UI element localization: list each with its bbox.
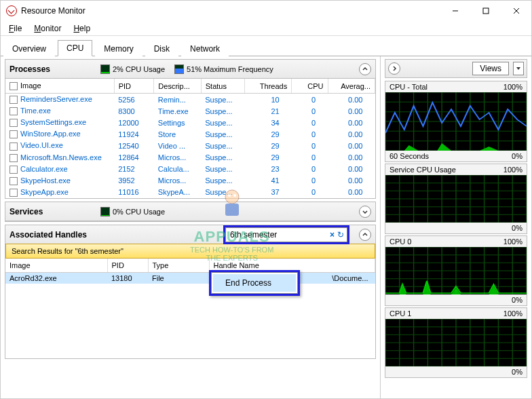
process-row[interactable]: Calculator.exe2152Calcula...Suspe...2300… xyxy=(5,164,375,175)
max-freq-label: 51% Maximum Frequency xyxy=(187,65,273,73)
tab-cpu[interactable]: CPU xyxy=(58,40,92,56)
process-row[interactable]: Video.UI.exe12540Video ...Suspe...2900.0… xyxy=(5,140,375,151)
close-button[interactable] xyxy=(501,1,531,21)
refresh-search-icon[interactable]: ↻ xyxy=(337,230,344,240)
handles-header[interactable]: Associated Handles × ↻ xyxy=(5,225,375,244)
handles-title: Associated Handles xyxy=(10,230,91,240)
expand-icon[interactable] xyxy=(359,206,371,218)
window-title: Resource Monitor xyxy=(21,6,440,16)
hcol-image[interactable]: Image xyxy=(5,259,107,273)
process-row[interactable]: WinStore.App.exe11924StoreSuspe...2900.0… xyxy=(5,128,375,140)
col-cpu[interactable]: CPU xyxy=(292,79,328,94)
title-bar: Resource Monitor xyxy=(1,1,531,21)
maximize-button[interactable] xyxy=(470,1,501,21)
cpu-graph: Service CPU Usage100% 0% xyxy=(385,164,527,234)
tab-network[interactable]: Network xyxy=(181,41,229,56)
process-row[interactable]: Microsoft.Msn.News.exe12864Micros...Susp… xyxy=(5,152,375,164)
services-header[interactable]: Services 0% CPU Usage xyxy=(5,202,375,221)
tab-strip: Overview CPU Memory Disk Network xyxy=(1,37,531,56)
cpu-usage-label: 2% CPU Usage xyxy=(113,65,165,73)
row-checkbox[interactable] xyxy=(10,96,18,104)
services-cpu-label: 0% CPU Usage xyxy=(113,208,165,216)
cpu-graph: CPU 0100% 0% xyxy=(385,235,527,306)
svg-rect-1 xyxy=(483,8,489,14)
collapse-right-icon[interactable] xyxy=(388,62,400,75)
row-checkbox[interactable] xyxy=(10,177,18,185)
search-highlight: × ↻ xyxy=(223,225,349,244)
process-row[interactable]: SkypeApp.exe11016SkypeA...Suspe...3700.0… xyxy=(5,187,375,198)
col-pid[interactable]: PID xyxy=(114,79,154,94)
tab-memory[interactable]: Memory xyxy=(95,41,142,56)
hcol-type[interactable]: Type xyxy=(148,259,209,273)
processes-table[interactable]: Image PID Descrip... Status Threads CPU … xyxy=(5,79,375,198)
views-dropdown-icon[interactable] xyxy=(513,62,524,75)
services-panel: Services 0% CPU Usage xyxy=(5,202,376,222)
processes-header[interactable]: Processes 2% CPU Usage 51% Maximum Frequ… xyxy=(5,60,375,79)
processes-panel: Processes 2% CPU Usage 51% Maximum Frequ… xyxy=(5,59,376,199)
app-icon xyxy=(6,5,17,16)
col-image: Image xyxy=(5,79,114,94)
col-avg[interactable]: Averag... xyxy=(328,79,375,94)
row-checkbox[interactable] xyxy=(10,166,18,174)
process-row[interactable]: SystemSettings.exe12000SettingsSuspe...3… xyxy=(5,117,375,128)
services-title: Services xyxy=(10,207,91,216)
row-checkbox[interactable] xyxy=(10,119,18,127)
minimize-button[interactable] xyxy=(440,1,470,21)
tab-disk[interactable]: Disk xyxy=(145,41,178,56)
collapse-icon[interactable] xyxy=(359,63,371,75)
collapse-icon[interactable] xyxy=(359,229,371,241)
context-menu: End Process xyxy=(209,270,300,296)
col-status[interactable]: Status xyxy=(201,79,244,94)
process-row[interactable]: Time.exe8300Time.exeSuspe...2100.00 xyxy=(5,105,375,117)
right-header: Views xyxy=(385,59,527,78)
row-checkbox[interactable] xyxy=(10,107,18,115)
row-checkbox[interactable] xyxy=(10,130,18,138)
views-button[interactable]: Views xyxy=(472,62,509,75)
checkbox-all[interactable] xyxy=(10,82,18,90)
process-row[interactable]: RemindersServer.exe5256Remin...Suspe...1… xyxy=(5,94,375,106)
end-process-menu-item[interactable]: End Process xyxy=(213,274,296,292)
menu-bar: File Monitor Help xyxy=(1,21,531,36)
clear-search-icon[interactable]: × xyxy=(330,230,335,240)
row-checkbox[interactable] xyxy=(10,189,18,197)
processes-title: Processes xyxy=(10,64,91,74)
search-results-bar: Search Results for "6th semester" xyxy=(5,244,375,259)
row-checkbox[interactable] xyxy=(10,142,18,151)
menu-monitor[interactable]: Monitor xyxy=(28,22,66,35)
handles-search-input[interactable] xyxy=(229,229,327,240)
cpu-graph: CPU 1100% 0% xyxy=(385,307,527,378)
handle-row[interactable]: AcroRd32.exe 13180 File \Docume... xyxy=(5,273,375,284)
menu-help[interactable]: Help xyxy=(68,22,96,35)
col-descr[interactable]: Descrip... xyxy=(154,79,201,94)
handles-panel: Associated Handles × ↻ Search Results fo… xyxy=(5,225,376,359)
row-checkbox[interactable] xyxy=(10,154,18,162)
hcol-pid[interactable]: PID xyxy=(107,259,148,273)
tab-overview[interactable]: Overview xyxy=(3,41,55,56)
handles-table[interactable]: Image PID Type Handle Name AcroRd32.exe … xyxy=(5,259,375,284)
col-threads[interactable]: Threads xyxy=(244,79,291,94)
process-row[interactable]: SkypeHost.exe3952Micros...Suspe...4100.0… xyxy=(5,175,375,187)
menu-file[interactable]: File xyxy=(3,22,27,35)
cpu-graph: CPU - Total100% 60 Seconds0% xyxy=(385,81,527,162)
